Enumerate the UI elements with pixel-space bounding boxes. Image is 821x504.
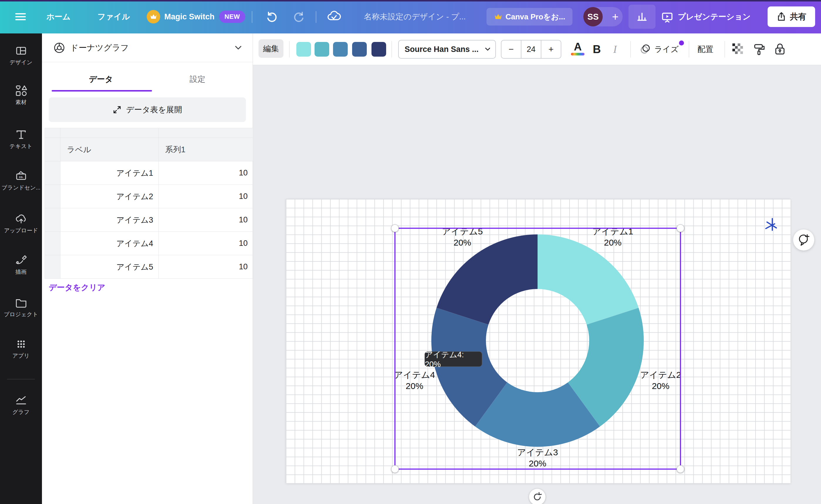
sidebar-item-brand[interactable]: co. ブランドセン... xyxy=(0,170,42,192)
donut-chart-icon xyxy=(53,41,66,55)
cell-label[interactable]: アイテム1 xyxy=(60,161,159,185)
new-badge: NEW xyxy=(219,11,245,23)
cell-value[interactable]: 10 xyxy=(159,208,253,232)
svg-text:co.: co. xyxy=(19,175,23,179)
clear-data-link[interactable]: データをクリア xyxy=(49,282,105,293)
table-row: アイテム410 xyxy=(45,232,253,255)
table-corner-row xyxy=(45,128,253,138)
color-swatch[interactable] xyxy=(371,42,386,57)
cell-label[interactable]: アイテム4 xyxy=(60,232,159,255)
avatar-group: SS + xyxy=(583,7,623,26)
expand-data-table-button[interactable]: データ表を展開 xyxy=(49,97,246,122)
font-size-increase[interactable]: + xyxy=(541,40,561,58)
cell-value[interactable]: 10 xyxy=(159,161,253,185)
active-tab-underline xyxy=(52,90,152,92)
edit-button[interactable]: 編集 xyxy=(259,39,283,58)
data-table: ラベル系列1アイテム110アイテム210アイテム310アイテム410アイテム51… xyxy=(45,128,253,279)
hamburger-menu[interactable] xyxy=(14,0,27,33)
chart-panel: ドーナツグラフ データ 設定 データ表を展開 ラベル系列1アイテム110アイテム… xyxy=(42,33,253,504)
font-family-select[interactable]: Source Han Sans ... xyxy=(398,40,496,59)
table-row: アイテム310 xyxy=(45,208,253,232)
sidebar-item-charts[interactable]: グラフ xyxy=(0,394,42,416)
cell-label[interactable]: アイテム2 xyxy=(60,185,159,208)
chevron-down-icon[interactable] xyxy=(234,45,242,52)
cell-label[interactable]: アイテム3 xyxy=(60,208,159,232)
table-row: アイテム510 xyxy=(45,255,253,279)
divider xyxy=(689,41,689,57)
asterisk-cursor xyxy=(763,218,781,236)
divider xyxy=(391,41,392,57)
canva-pro-button[interactable]: Canva Proをお... xyxy=(486,8,572,26)
font-size-value[interactable]: 24 xyxy=(521,40,541,58)
toolbar: 編集 Source Han Sans ... − 24 + A B I ライズ … xyxy=(253,33,821,65)
lock-button[interactable] xyxy=(773,42,787,57)
divider xyxy=(630,41,631,57)
nav-file[interactable]: ファイル xyxy=(97,0,130,33)
magic-switch[interactable]: Magic Switch NEW xyxy=(147,0,245,33)
color-swatch[interactable] xyxy=(333,42,348,57)
sidebar-item-design[interactable]: デザイン xyxy=(0,45,42,66)
sidebar-item-uploads[interactable]: アップロード xyxy=(0,213,42,234)
divider xyxy=(316,11,316,23)
stylize-button[interactable]: ライズ xyxy=(639,33,679,65)
add-member-button[interactable]: + xyxy=(612,7,619,26)
cloud-saved-icon xyxy=(326,0,342,33)
comment-button[interactable] xyxy=(793,229,814,251)
font-size-decrease[interactable]: − xyxy=(501,40,521,58)
cell-value[interactable]: 10 xyxy=(159,255,253,279)
selection-box[interactable] xyxy=(394,228,681,470)
bold-button[interactable]: B xyxy=(590,33,603,65)
table-row: アイテム210 xyxy=(45,185,253,208)
tab-data[interactable]: データ xyxy=(72,74,130,84)
share-button[interactable]: 共有 xyxy=(768,6,815,27)
color-swatch[interactable] xyxy=(315,42,329,57)
insights-button[interactable] xyxy=(629,5,656,29)
tab-settings[interactable]: 設定 xyxy=(168,74,227,84)
cell-value[interactable]: 10 xyxy=(159,185,253,208)
avatar[interactable]: SS xyxy=(583,7,603,26)
arrange-button[interactable]: 配置 xyxy=(697,33,713,65)
sidebar-item-apps[interactable]: アプリ xyxy=(0,338,42,360)
color-swatch[interactable] xyxy=(352,42,367,57)
panel-header: ドーナツグラフ xyxy=(42,33,253,62)
notification-dot xyxy=(679,40,684,45)
resize-handle-nw[interactable] xyxy=(391,224,399,232)
copy-style-button[interactable] xyxy=(752,42,766,57)
undo-button[interactable] xyxy=(265,0,278,33)
col-header-label[interactable]: ラベル xyxy=(60,138,159,161)
transparency-button[interactable] xyxy=(731,42,745,57)
resize-handle-sw[interactable] xyxy=(391,465,399,473)
document-title[interactable]: 名称未設定のデザイン - プ... xyxy=(364,0,466,33)
divider xyxy=(252,11,252,23)
present-button[interactable]: プレゼンテーション xyxy=(661,0,751,33)
divider xyxy=(724,41,725,57)
canvas-area[interactable]: アイテム120%アイテム220%アイテム320%アイテム420%アイテム520%… xyxy=(253,65,821,504)
resize-handle-ne[interactable] xyxy=(677,224,684,232)
italic-button[interactable]: I xyxy=(609,33,621,65)
sidebar-item-draw[interactable]: 描画 xyxy=(0,254,42,276)
panel-title: ドーナツグラフ xyxy=(70,33,129,62)
nav-home[interactable]: ホーム xyxy=(46,0,70,33)
text-color-button[interactable]: A xyxy=(570,41,586,57)
sidebar-item-projects[interactable]: プロジェクト xyxy=(0,297,42,318)
font-size-stepper: − 24 + xyxy=(501,40,561,59)
resize-handle-se[interactable] xyxy=(677,465,684,473)
redo-button[interactable] xyxy=(292,0,306,33)
divider xyxy=(289,41,290,57)
rainbow-bar xyxy=(571,53,585,55)
cell-label[interactable]: アイテム5 xyxy=(60,255,159,279)
crown-icon xyxy=(147,10,160,23)
sidebar-item-elements[interactable]: 素材 xyxy=(0,84,42,106)
cell-value[interactable]: 10 xyxy=(159,232,253,255)
color-swatch[interactable] xyxy=(296,42,311,57)
sidebar: デザイン 素材 テキスト co. ブランドセン... アップロード 描画 プロジ… xyxy=(0,33,42,504)
table-header-row: ラベル系列1 xyxy=(45,138,253,161)
rotate-handle[interactable] xyxy=(529,489,545,504)
top-bar: ホーム ファイル Magic Switch NEW 名称未設定のデザイン - プ… xyxy=(0,0,821,33)
col-header-series[interactable]: 系列1 xyxy=(159,138,253,161)
divider xyxy=(7,379,35,379)
table-row: アイテム110 xyxy=(45,161,253,185)
window-top-strip xyxy=(0,0,821,1)
chart-tooltip: アイテム4: 20% xyxy=(425,351,482,367)
sidebar-item-text[interactable]: テキスト xyxy=(0,128,42,150)
